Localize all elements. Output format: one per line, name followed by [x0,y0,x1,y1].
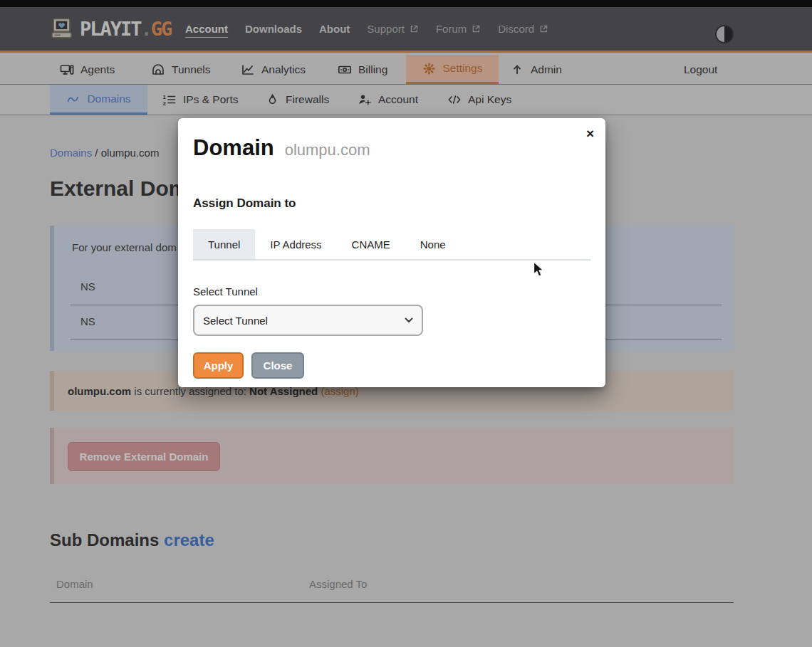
domain-modal: × Domain olumpu.com Assign Domain to Tun… [178,118,605,387]
chevron-down-icon [405,317,413,323]
modal-title-row: Domain olumpu.com [193,135,370,161]
modal-subtitle-domain: olumpu.com [285,141,370,159]
tunnel-select[interactable]: Select Tunnel [193,305,423,336]
tab-tunnel[interactable]: Tunnel [193,229,255,259]
playit-app: PLAYIT.GG Account Downloads About Suppor… [0,0,812,647]
modal-button-row: Apply Close [193,352,304,379]
tab-cname[interactable]: CNAME [337,229,405,259]
apply-button[interactable]: Apply [193,352,244,379]
close-button[interactable]: Close [251,352,304,379]
tab-ip-address[interactable]: IP Address [255,229,336,259]
mouse-cursor [533,261,547,278]
select-tunnel-label: Select Tunnel [193,285,258,298]
close-icon[interactable]: × [584,125,596,142]
assign-target-tabs: Tunnel IP Address CNAME None [193,229,590,261]
assign-domain-to-heading: Assign Domain to [193,196,296,211]
tunnel-select-value: Select Tunnel [203,315,268,327]
tab-none[interactable]: None [405,229,461,259]
modal-title: Domain [193,135,274,161]
